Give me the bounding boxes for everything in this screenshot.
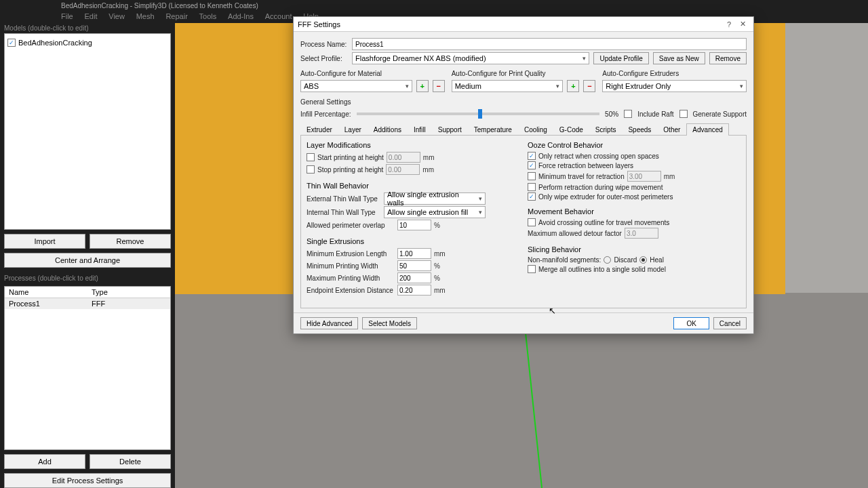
model-item[interactable]: BedAdhesionCracking	[7, 39, 167, 47]
remove-button[interactable]: Remove	[90, 234, 171, 249]
save-as-new-button[interactable]: Save as New	[653, 52, 705, 64]
heal-radio[interactable]	[639, 256, 647, 264]
generate-support-checkbox[interactable]	[679, 110, 688, 118]
menu-addins[interactable]: Add-Ins	[228, 12, 254, 20]
detour-input[interactable]: 3.0	[625, 228, 658, 239]
max-w-label: Maximum Printing Width	[307, 274, 395, 282]
models-list[interactable]: BedAdhesionCracking	[4, 33, 171, 230]
add-process-button[interactable]: Add	[4, 454, 85, 469]
stop-height-input[interactable]: 0.00	[386, 164, 420, 175]
tab-gcode[interactable]: G-Code	[553, 123, 589, 136]
menu-view[interactable]: View	[108, 12, 125, 20]
slicing-title: Slicing Behavior	[528, 245, 741, 253]
tabs: Extruder Layer Additions Infill Support …	[300, 123, 747, 136]
tab-cooling[interactable]: Cooling	[518, 123, 553, 136]
tab-support[interactable]: Support	[432, 123, 468, 136]
discard-radio[interactable]	[604, 256, 611, 264]
infill-value: 50%	[605, 110, 618, 118]
quality-add-icon[interactable]: +	[567, 80, 579, 92]
material-select[interactable]: ABS	[300, 80, 412, 92]
process-name-label: Process Name:	[300, 41, 348, 48]
menu-edit[interactable]: Edit	[85, 12, 98, 20]
merge-outlines-checkbox[interactable]	[528, 265, 536, 273]
menu-repair[interactable]: Repair	[165, 12, 187, 20]
thin-wall-title: Thin Wall Behavior	[307, 182, 519, 190]
stop-height-checkbox[interactable]	[307, 165, 315, 174]
tab-scripts[interactable]: Scripts	[589, 123, 623, 136]
close-icon[interactable]: ✕	[736, 20, 749, 28]
min-travel-checkbox[interactable]	[528, 172, 536, 180]
int-thin-select[interactable]: Allow single extrusion fill	[384, 206, 486, 218]
min-len-input[interactable]: 1.00	[397, 248, 431, 259]
processes-table[interactable]: Name Type Process1 FFF	[4, 286, 171, 450]
start-height-checkbox[interactable]	[307, 153, 315, 161]
update-profile-button[interactable]: Update Profile	[593, 52, 648, 64]
ext-dist-label: Endpoint Extension Distance	[307, 287, 395, 294]
menu-mesh[interactable]: Mesh	[136, 12, 155, 20]
model-checkbox[interactable]	[7, 39, 16, 47]
ext-dist-input[interactable]: 0.20	[397, 285, 431, 296]
retract-wipe-checkbox[interactable]	[528, 183, 536, 191]
auto-extruders-label: Auto-Configure Extruders	[602, 70, 747, 77]
remove-profile-button[interactable]: Remove	[709, 52, 747, 64]
edit-process-button[interactable]: Edit Process Settings	[4, 473, 171, 488]
center-arrange-button[interactable]: Center and Arrange	[4, 253, 171, 268]
stop-height-label: Stop printing at height	[317, 166, 383, 174]
retract-open-checkbox[interactable]	[528, 152, 536, 160]
import-button[interactable]: Import	[4, 234, 85, 249]
tab-layer[interactable]: Layer	[338, 123, 368, 136]
delete-process-button[interactable]: Delete	[90, 454, 171, 469]
avoid-cross-checkbox[interactable]	[528, 218, 536, 226]
min-len-label: Minimum Extrusion Length	[307, 250, 395, 258]
tab-extruder[interactable]: Extruder	[300, 123, 338, 136]
force-retract-checkbox[interactable]	[528, 161, 536, 169]
tab-other[interactable]: Other	[657, 123, 686, 136]
tab-advanced[interactable]: Advanced	[686, 123, 728, 136]
min-travel-input[interactable]: 3.00	[627, 171, 661, 182]
ok-button[interactable]: OK	[673, 317, 709, 329]
app-title: BedAdhesionCracking - Simplify3D (Licens…	[0, 0, 868, 12]
dialog-title: FFF Settings	[298, 20, 340, 28]
material-add-icon[interactable]: +	[416, 80, 429, 92]
auto-material-label: Auto-Configure for Material	[300, 70, 445, 77]
tab-speeds[interactable]: Speeds	[622, 123, 657, 136]
start-height-input[interactable]: 0.00	[387, 152, 420, 163]
help-icon[interactable]: ?	[722, 20, 736, 28]
auto-quality-label: Auto-Configure for Print Quality	[452, 70, 596, 77]
include-raft-checkbox[interactable]	[624, 110, 632, 118]
material-remove-icon[interactable]: −	[433, 80, 445, 92]
ext-thin-label: External Thin Wall Type	[307, 195, 381, 203]
ext-thin-select[interactable]: Allow single extrusion walls	[384, 192, 486, 205]
cancel-button[interactable]: Cancel	[713, 317, 747, 329]
tab-additions[interactable]: Additions	[368, 123, 408, 136]
models-label: Models (double-click to edit)	[4, 24, 171, 32]
process-name-input[interactable]	[352, 38, 747, 50]
start-height-label: Start printing at height	[317, 154, 384, 161]
include-raft-label: Include Raft	[637, 110, 673, 118]
quality-select[interactable]: Medium	[452, 80, 564, 92]
wipe-outer-checkbox[interactable]	[528, 192, 536, 201]
quality-remove-icon[interactable]: −	[583, 80, 595, 92]
max-w-input[interactable]: 200	[397, 272, 431, 283]
processes-label: Processes (double-click to edit)	[4, 274, 171, 282]
infill-slider[interactable]	[357, 113, 600, 115]
menu-file[interactable]: File	[61, 12, 73, 20]
min-w-input[interactable]: 50	[397, 260, 431, 271]
hide-advanced-button[interactable]: Hide Advanced	[300, 317, 358, 329]
profile-select[interactable]: Flashforge Dreamer NX ABS (modified)	[352, 52, 589, 64]
int-thin-label: Internal Thin Wall Type	[307, 209, 381, 216]
tab-temperature[interactable]: Temperature	[468, 123, 518, 136]
movement-title: Movement Behavior	[528, 207, 741, 216]
general-settings-label: General Settings	[300, 98, 747, 106]
model-name: BedAdhesionCracking	[18, 39, 92, 47]
select-models-button[interactable]: Select Models	[362, 317, 417, 329]
extruders-select[interactable]: Right Extruder Only	[602, 80, 747, 92]
ooze-title: Ooze Control Behavior	[528, 141, 741, 149]
menu-account[interactable]: Account	[265, 12, 292, 20]
layer-mod-title: Layer Modifications	[307, 141, 519, 149]
tab-infill[interactable]: Infill	[408, 123, 432, 136]
menu-tools[interactable]: Tools	[199, 12, 217, 20]
overlap-input[interactable]: 10	[397, 220, 431, 230]
min-w-label: Minimum Printing Width	[307, 262, 395, 270]
process-row[interactable]: Process1 FFF	[5, 298, 170, 309]
